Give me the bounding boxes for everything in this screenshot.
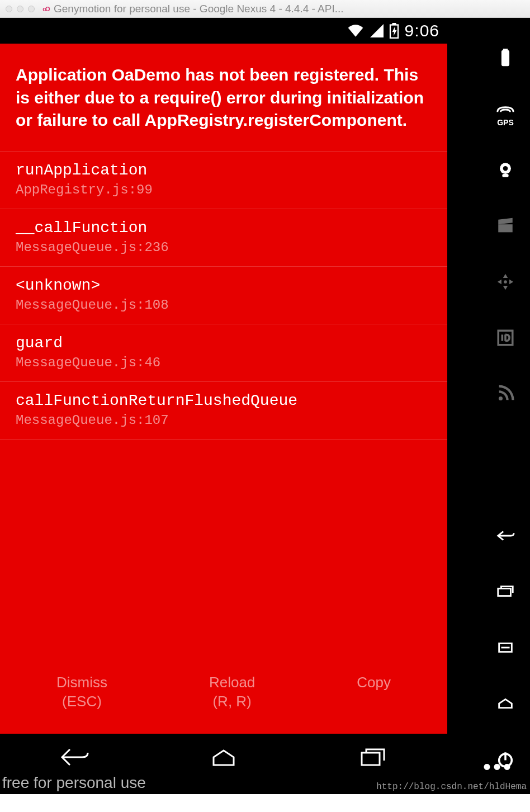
stack-frame[interactable]: <unknown> MessageQueue.js:108 (0, 266, 447, 324)
stack-frame-function: runApplication (16, 162, 432, 179)
battery-charging-icon (389, 23, 399, 39)
minimize-window-button[interactable] (17, 6, 23, 12)
emulator-sidebar: GPS (481, 18, 530, 794)
copy-button[interactable]: Copy (357, 673, 391, 711)
dismiss-button[interactable]: Dismiss (ESC) (56, 673, 107, 711)
svg-rect-4 (502, 174, 508, 177)
stack-trace[interactable]: runApplication AppRegistry.js:99 __callF… (0, 151, 447, 658)
device-frame: GPS (0, 18, 530, 794)
dismiss-label: Dismiss (56, 673, 107, 692)
gps-icon[interactable]: GPS (493, 102, 518, 126)
zoom-window-button[interactable] (28, 6, 35, 12)
status-clock: 9:06 (405, 21, 439, 40)
nav-back-button[interactable] (58, 746, 91, 771)
stack-frame-location: MessageQueue.js:107 (16, 413, 432, 428)
stack-frame-function: callFunctionReturnFlushedQueue (16, 392, 432, 409)
clapper-icon[interactable] (493, 214, 518, 238)
redbox-actions: Dismiss (ESC) Reload (R, R) Copy (0, 658, 447, 734)
android-screen: 9:06 Application OaDemo has not been reg… (0, 18, 447, 734)
window-titlebar: oO Genymotion for personal use - Google … (0, 0, 530, 18)
stack-frame-location: MessageQueue.js:108 (16, 298, 432, 313)
redbox-error-screen: Application OaDemo has not been register… (0, 44, 447, 734)
svg-rect-1 (504, 49, 507, 51)
nav-home-button[interactable] (207, 746, 240, 771)
cell-signal-icon (370, 23, 384, 39)
svg-rect-5 (498, 224, 513, 232)
reload-button[interactable]: Reload (R, R) (209, 673, 255, 711)
rss-icon[interactable] (493, 381, 518, 406)
svg-marker-6 (498, 218, 513, 224)
svg-marker-20 (370, 24, 384, 37)
footer-text: free for personal use (0, 772, 146, 794)
battery-icon[interactable] (493, 46, 518, 70)
back-hw-icon[interactable] (493, 523, 518, 548)
wifi-icon (347, 23, 365, 39)
svg-marker-9 (498, 280, 501, 285)
stack-frame[interactable]: runApplication AppRegistry.js:99 (0, 151, 447, 209)
svg-rect-22 (392, 23, 396, 25)
stack-frame-function: <unknown> (16, 277, 432, 294)
nav-menu-button[interactable]: ••• (483, 754, 513, 780)
reload-label: Reload (209, 673, 255, 692)
menu-hw-icon[interactable] (493, 635, 518, 660)
home-hw-icon[interactable] (493, 691, 518, 716)
stack-frame-function: __callFunction (16, 219, 432, 237)
stack-frame-location: AppRegistry.js:99 (16, 182, 432, 197)
gps-label: GPS (497, 119, 514, 126)
dismiss-hint: (ESC) (56, 692, 107, 711)
svg-rect-0 (502, 51, 508, 65)
stack-frame[interactable]: guard MessageQueue.js:46 (0, 324, 447, 381)
stack-frame[interactable]: callFunctionReturnFlushedQueue MessageQu… (0, 381, 447, 440)
camera-icon[interactable] (493, 158, 518, 182)
stack-frame-location: MessageQueue.js:236 (16, 240, 432, 255)
svg-marker-10 (509, 280, 513, 285)
dpad-icon[interactable] (493, 270, 518, 294)
watermark: http://blog.csdn.net/hldHema (376, 782, 527, 792)
stack-frame[interactable]: __callFunction MessageQueue.js:236 (0, 209, 447, 266)
svg-point-11 (504, 280, 507, 284)
stack-frame-function: guard (16, 334, 432, 352)
nav-recent-button[interactable] (356, 746, 390, 771)
id-icon[interactable] (493, 325, 518, 350)
genymotion-app-icon: oO (41, 4, 50, 13)
svg-point-3 (503, 166, 508, 171)
svg-rect-24 (362, 753, 380, 765)
copy-label: Copy (357, 673, 391, 692)
svg-marker-8 (503, 286, 508, 290)
android-status-bar: 9:06 (0, 18, 447, 44)
window-traffic-lights (6, 6, 35, 12)
recent-hw-icon[interactable] (493, 579, 518, 604)
close-window-button[interactable] (6, 6, 12, 12)
svg-marker-23 (392, 27, 396, 36)
svg-point-14 (499, 396, 503, 400)
svg-marker-7 (503, 274, 508, 278)
error-message: Application OaDemo has not been register… (0, 44, 447, 151)
reload-hint: (R, R) (209, 692, 255, 711)
window-title: Genymotion for personal use - Google Nex… (54, 3, 524, 15)
stack-frame-location: MessageQueue.js:46 (16, 355, 432, 370)
svg-rect-15 (498, 588, 511, 596)
